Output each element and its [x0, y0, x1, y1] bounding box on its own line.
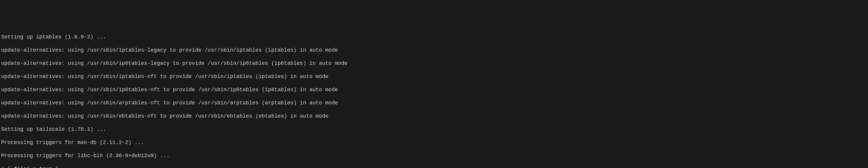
- output-line: update-alternatives: using /usr/sbin/ebt…: [1, 113, 867, 120]
- output-line: Processing triggers for man-db (2.11.2-2…: [1, 139, 867, 146]
- output-line: + [ false = true ]: [1, 166, 867, 168]
- output-line: update-alternatives: using /usr/sbin/ip6…: [1, 86, 867, 93]
- output-line: update-alternatives: using /usr/sbin/ipt…: [1, 47, 867, 54]
- output-line: update-alternatives: using /usr/sbin/ip6…: [1, 60, 867, 67]
- output-line: Processing triggers for libc-bin (2.36-9…: [1, 153, 867, 159]
- output-line: Setting up iptables (1.8.9-2) ...: [1, 34, 867, 40]
- output-line: update-alternatives: using /usr/sbin/ipt…: [1, 73, 867, 80]
- output-line: Setting up tailscale (1.78.1) ...: [1, 126, 867, 133]
- terminal-output[interactable]: Setting up iptables (1.8.9-2) ... update…: [1, 27, 867, 168]
- output-line: update-alternatives: using /usr/sbin/arp…: [1, 100, 867, 107]
